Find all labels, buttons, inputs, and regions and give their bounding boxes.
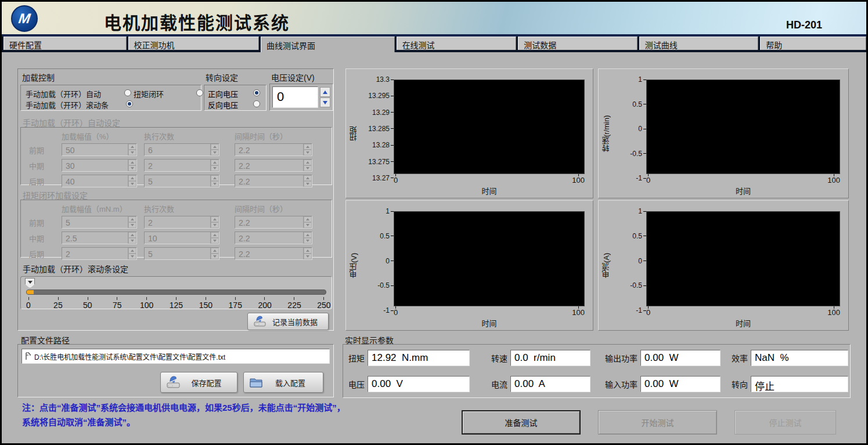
- tab-online-test[interactable]: 在线测试: [397, 37, 517, 50]
- spinner[interactable]: [128, 232, 136, 244]
- x-axis-label: 时间: [394, 184, 585, 198]
- field-value: 2.2: [235, 160, 303, 171]
- tab-hardware-config[interactable]: 硬件配置: [3, 37, 127, 50]
- spinner[interactable]: [303, 232, 312, 244]
- spinner[interactable]: [128, 175, 136, 187]
- realtime-params-panel: 扭矩 12.92 N.mm 转速 0.0 r/min 输出功率 0.00 W 效…: [343, 344, 851, 398]
- numeric-field[interactable]: 40: [62, 175, 137, 187]
- numeric-field[interactable]: 6: [144, 143, 219, 156]
- y-tick: 0: [638, 258, 646, 265]
- numeric-field[interactable]: 2.5: [62, 231, 137, 244]
- spinner[interactable]: [210, 144, 219, 155]
- numeric-field[interactable]: 2: [144, 216, 219, 229]
- numeric-field[interactable]: 2.2: [235, 231, 312, 244]
- spinner[interactable]: [303, 160, 312, 171]
- spinner[interactable]: [128, 216, 136, 228]
- numeric-field[interactable]: 2.2: [235, 247, 312, 260]
- spinner[interactable]: [303, 144, 312, 155]
- spinner[interactable]: [303, 175, 312, 187]
- y-axis-label: 转速(r/min): [599, 69, 614, 198]
- y-axis-label: 电流(A): [599, 201, 614, 330]
- spinner[interactable]: [210, 232, 219, 244]
- voltage-input[interactable]: 0: [272, 86, 318, 108]
- tab-test-curve[interactable]: 测试曲线: [639, 37, 759, 50]
- spinner[interactable]: [128, 160, 136, 171]
- field-value: 5: [145, 248, 210, 259]
- tab-curve-test[interactable]: 曲线测试界面: [261, 37, 395, 52]
- table-row: 前期 50 6 2.2: [29, 143, 332, 156]
- save-config-button[interactable]: 保存配置: [160, 372, 237, 393]
- slider-track[interactable]: [26, 290, 326, 295]
- spin-up-button[interactable]: [320, 87, 330, 97]
- radio-label-torque-loop: 扭矩闭环: [134, 88, 164, 99]
- radio-reverse-voltage[interactable]: [253, 100, 260, 107]
- load-config-button[interactable]: 载入配置: [243, 372, 323, 393]
- radio-manual-slider[interactable]: [126, 100, 133, 107]
- voltage-setting-control: 0: [269, 84, 333, 111]
- load-control-title: 加载控制: [22, 71, 55, 83]
- chart-panel-torque: 扭矩 13.3 13.295 13.29 13.285 13.28 13.275…: [345, 68, 593, 198]
- chart-panel-current: 电流(A) 1 0.5 0 -0.5 -1 0 100 时间: [598, 200, 849, 331]
- spinner[interactable]: [303, 216, 312, 228]
- numeric-field[interactable]: 2: [62, 247, 137, 260]
- spin-down-button[interactable]: [320, 97, 330, 107]
- realtime-row: 扭矩 12.92 N.mm 转速 0.0 r/min 输出功率 0.00 W 效…: [348, 350, 845, 366]
- x-tick: 0: [646, 174, 650, 184]
- spinner[interactable]: [210, 248, 219, 259]
- plot-area[interactable]: [646, 211, 840, 306]
- y-tick: -1: [636, 307, 646, 314]
- plot-area[interactable]: [646, 79, 840, 174]
- spinner[interactable]: [128, 144, 136, 155]
- chart-main: 0 100 时间: [394, 201, 593, 330]
- numeric-field[interactable]: 2.2: [235, 175, 312, 187]
- realtime-row: 电压 0.00 V 电流 0.00 A 输入功率 0.00 W 转向 停止: [348, 376, 845, 392]
- y-tick: 13.3: [376, 76, 394, 83]
- tab-help[interactable]: 帮助: [760, 37, 866, 50]
- field-value: 2.2: [235, 144, 303, 155]
- voltage-spinner: [320, 86, 330, 108]
- tab-calibrate-dyno[interactable]: 校正测功机: [128, 37, 260, 50]
- row-label: 前期: [29, 217, 62, 228]
- logo-letter: M: [17, 10, 31, 27]
- radio-manual-auto[interactable]: [124, 89, 131, 96]
- row-label: 后期: [29, 176, 62, 187]
- y-tick: 13.27: [372, 175, 394, 182]
- spinner[interactable]: [128, 248, 136, 259]
- numeric-field[interactable]: 50: [62, 143, 137, 156]
- slider-handle[interactable]: [25, 278, 35, 288]
- stop-test-button[interactable]: 停止测试: [734, 410, 836, 435]
- numeric-field[interactable]: 5: [144, 247, 219, 260]
- prepare-test-button[interactable]: 准备测试: [462, 410, 581, 435]
- x-tick: 100: [827, 174, 840, 184]
- spinner[interactable]: [210, 216, 219, 228]
- radio-torque-loop[interactable]: [196, 89, 203, 96]
- radio-forward-voltage[interactable]: [253, 89, 260, 96]
- spinner[interactable]: [210, 175, 219, 187]
- slider-tick-labels: 0 25 50 75 100 125 150 175 200 225 250: [28, 301, 324, 310]
- numeric-field[interactable]: 2.2: [235, 216, 312, 229]
- numeric-field[interactable]: 2.2: [235, 143, 312, 156]
- plot-area[interactable]: [394, 79, 585, 174]
- numeric-field[interactable]: 5: [144, 175, 219, 187]
- plot-area[interactable]: [394, 211, 585, 306]
- spinner[interactable]: [303, 248, 312, 259]
- param-label-direction: 转向: [721, 378, 751, 390]
- col-amplitude: 加载幅值（%）: [62, 131, 144, 142]
- numeric-field[interactable]: 5: [62, 216, 137, 229]
- numeric-field[interactable]: 2: [144, 159, 219, 172]
- numeric-field[interactable]: 30: [62, 159, 137, 172]
- start-test-button[interactable]: 开始测试: [598, 410, 717, 435]
- config-path-field[interactable]: D:\长胜电机加载性能测试系统\配置文件\配置文件\配置文件.txt: [21, 349, 330, 364]
- x-axis-ticks: 0 100: [394, 306, 585, 317]
- chart-main: 0 100 时间: [394, 69, 593, 198]
- param-value-output-power: 0.00 W: [640, 350, 721, 366]
- y-tick: -0.5: [630, 282, 646, 289]
- param-label-input-power: 输入功率: [590, 378, 640, 390]
- x-tick: 0: [646, 306, 650, 317]
- numeric-field[interactable]: 2.2: [235, 159, 312, 172]
- record-data-button[interactable]: 记录当前数据: [247, 313, 329, 330]
- param-label-voltage: 电压: [348, 378, 368, 390]
- spinner[interactable]: [210, 160, 219, 171]
- tab-test-data[interactable]: 测试数据: [518, 37, 638, 50]
- numeric-field[interactable]: 10: [144, 231, 219, 244]
